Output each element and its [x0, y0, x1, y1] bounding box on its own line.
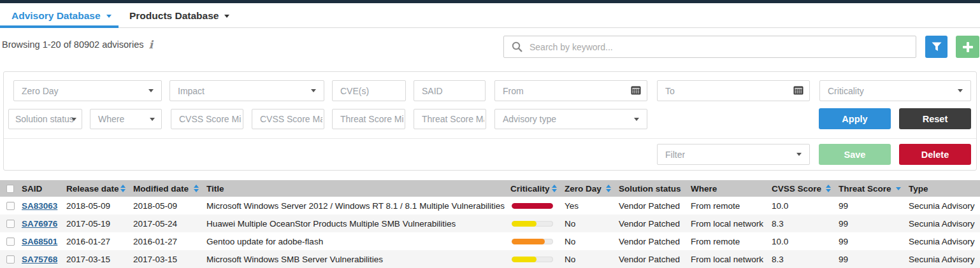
column-header-threat_score[interactable]: Threat Score	[835, 180, 905, 197]
sort-icon-zero_day[interactable]	[606, 185, 611, 192]
criticality-bar-fill	[512, 203, 553, 209]
threat-score-max-field	[414, 109, 486, 129]
criticality-bar-fill	[512, 239, 545, 244]
cell-checkbox	[0, 232, 18, 250]
column-header-where: Where	[687, 180, 768, 197]
criticality-select[interactable]: Criticality	[819, 80, 971, 101]
said-link[interactable]: SA76976	[22, 219, 57, 229]
apply-button[interactable]: Apply	[819, 108, 891, 129]
criticality-bar	[512, 239, 553, 244]
add-button[interactable]	[956, 36, 979, 58]
advisories-table: SAIDRelease dateModified dateTitleCritic…	[0, 180, 980, 268]
column-label-type: Type	[909, 184, 928, 194]
tab-bar: Advisory Database Products Database	[0, 3, 980, 28]
table-header: SAIDRelease dateModified dateTitleCritic…	[0, 180, 980, 197]
sort-down-arrow	[552, 189, 557, 192]
advisory-type-select-label: Advisory type	[495, 114, 556, 124]
calendar-icon[interactable]	[793, 85, 803, 97]
column-label-cvss_score: CVSS Score	[772, 184, 821, 194]
sort-up-arrow	[120, 185, 126, 188]
cell-solution_status: Vendor Patched	[615, 197, 687, 215]
column-label-solution_status: Solution status	[619, 184, 681, 194]
cell-cvss_score: 8.3	[768, 215, 835, 232]
row-checkbox[interactable]	[6, 237, 15, 246]
from-date-input[interactable]	[495, 81, 647, 101]
delete-button[interactable]: Delete	[899, 144, 971, 165]
criticality-bar	[512, 203, 553, 209]
column-header-release_date[interactable]: Release date	[62, 180, 129, 197]
column-header-criticality[interactable]: Criticality	[507, 180, 561, 197]
info-icon[interactable]: i	[148, 38, 152, 51]
chevron-down-icon	[148, 89, 154, 92]
to-date-input[interactable]	[658, 81, 809, 101]
zero-day-select-label: Zero Day	[14, 86, 59, 96]
cell-solution_status: Vendor Patched	[615, 232, 687, 250]
column-label-release_date: Release date	[66, 184, 119, 194]
cell-said: SA76976	[18, 215, 62, 232]
table-body: SA830632018-05-092018-05-09Microsoft Win…	[0, 197, 980, 268]
cell-where: From remote	[687, 197, 768, 215]
tab-products-database[interactable]: Products Database	[129, 3, 229, 28]
solution-status-select[interactable]: Solution status	[8, 109, 82, 129]
where-select-label: Where	[90, 114, 124, 124]
column-header-cvss_score[interactable]: CVSS Score	[768, 180, 835, 197]
cell-cvss_score: 8.3	[768, 250, 835, 268]
zero-day-select[interactable]: Zero Day	[13, 80, 162, 101]
said-link[interactable]: SA75768	[22, 255, 57, 264]
from-date-field	[494, 80, 647, 101]
cell-release_date: 2017-03-15	[62, 250, 129, 268]
sort-up-arrow	[194, 185, 199, 188]
sort-icon-release_date[interactable]	[120, 185, 126, 192]
advisory-type-select[interactable]: Advisory type	[494, 109, 647, 129]
save-button[interactable]: Save	[819, 144, 891, 165]
impact-select[interactable]: Impact	[169, 80, 324, 101]
cell-zero_day: No	[561, 215, 615, 232]
column-header-title: Title	[203, 180, 507, 197]
funnel-icon	[932, 42, 942, 52]
reset-button[interactable]: Reset	[899, 108, 971, 129]
select-all-checkbox[interactable]	[6, 185, 14, 193]
cell-where: From local network	[687, 215, 768, 232]
filter-select[interactable]: Filter	[657, 144, 810, 165]
said-link[interactable]: SA68501	[22, 237, 57, 246]
criticality-bar-fill	[512, 257, 537, 262]
cve-input[interactable]	[333, 81, 405, 101]
chevron-down-icon	[106, 15, 112, 18]
row-checkbox[interactable]	[6, 202, 15, 210]
sort-icon-threat_score[interactable]	[896, 187, 901, 190]
cell-threat_score: 99	[835, 197, 905, 215]
browsing-status: Browsing 1-20 of 80902 advisories i	[2, 38, 153, 51]
tab-advisory-database[interactable]: Advisory Database	[11, 3, 112, 28]
cell-checkbox	[0, 215, 18, 232]
sort-icon-modified_date[interactable]	[194, 185, 199, 192]
sort-icon-cvss_score[interactable]	[826, 185, 831, 192]
said-input[interactable]	[414, 81, 485, 101]
said-link[interactable]: SA83063	[22, 201, 57, 211]
column-header-modified_date[interactable]: Modified date	[129, 180, 203, 197]
sort-up-arrow	[552, 185, 557, 188]
sort-icon-criticality[interactable]	[552, 185, 557, 192]
column-header-solution_status: Solution status	[615, 180, 687, 197]
filter-funnel-button[interactable]	[925, 36, 948, 58]
sort-down-arrow	[826, 189, 831, 192]
calendar-icon[interactable]	[631, 85, 641, 97]
cell-where: From remote	[687, 232, 768, 250]
search-input[interactable]	[528, 36, 916, 57]
cell-type: Secunia Advisory	[905, 250, 980, 268]
column-header-zero_day[interactable]: Zero Day	[561, 180, 615, 197]
cvss-score-max-input[interactable]	[252, 109, 324, 129]
cell-threat_score: 99	[835, 250, 905, 268]
chevron-down-icon	[150, 118, 155, 121]
threat-score-max-input[interactable]	[414, 109, 486, 129]
row-checkbox[interactable]	[6, 220, 15, 228]
cvss-score-min-input[interactable]	[171, 109, 243, 129]
cell-type: Secunia Advisory	[905, 215, 980, 232]
cell-said: SA83063	[18, 197, 62, 215]
cell-solution_status: Vendor Patched	[615, 250, 687, 268]
row-checkbox[interactable]	[6, 255, 15, 264]
cell-title: Microsoft Windows Server 2012 / Windows …	[203, 197, 507, 215]
where-select[interactable]: Where	[90, 109, 162, 129]
cell-title: Gentoo update for adobe-flash	[203, 232, 507, 250]
solution-status-select-label: Solution status	[9, 114, 74, 124]
threat-score-min-input[interactable]	[333, 109, 405, 129]
